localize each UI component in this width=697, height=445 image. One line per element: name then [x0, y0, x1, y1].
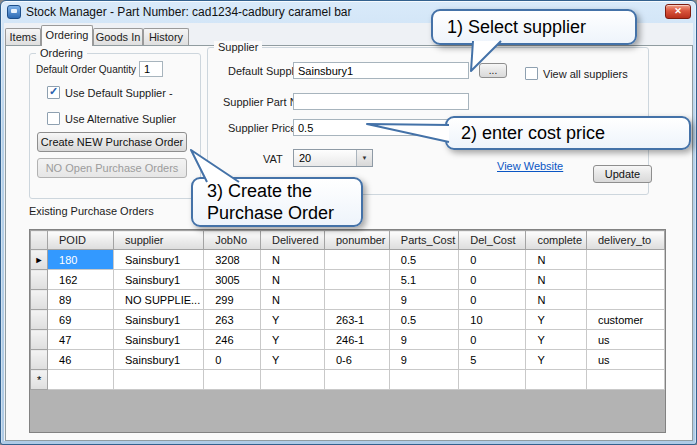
grid-cell[interactable]: N: [526, 250, 587, 270]
grid-cell[interactable]: Y: [261, 350, 325, 370]
grid-cell[interactable]: 162: [48, 270, 114, 290]
grid-cell[interactable]: Sainsbury1: [114, 270, 204, 290]
grid-cell[interactable]: 5.1: [389, 270, 458, 290]
grid-cell[interactable]: [48, 370, 114, 390]
new-row-selector[interactable]: *: [31, 370, 48, 390]
grid-cell[interactable]: 263: [204, 310, 261, 330]
tab-items[interactable]: Items: [5, 28, 41, 45]
grid-cell[interactable]: [114, 370, 204, 390]
grid-cell[interactable]: 0-6: [325, 350, 390, 370]
grid-container: POIDsupplierJobNoDeliveredponumberParts_…: [29, 229, 666, 433]
grid-cell[interactable]: 0.5: [389, 310, 458, 330]
grid-cell[interactable]: 0: [459, 250, 526, 270]
column-header-ponumber[interactable]: ponumber: [325, 231, 390, 250]
grid-cell[interactable]: 180: [48, 250, 114, 270]
default-supplier-input[interactable]: [293, 62, 469, 79]
grid-cell[interactable]: NO SUPPLIE...: [114, 290, 204, 310]
grid-cell[interactable]: 263-1: [325, 310, 390, 330]
grid-cell[interactable]: Sainsbury1: [114, 350, 204, 370]
row-selector[interactable]: [31, 270, 48, 290]
grid-cell[interactable]: [325, 270, 390, 290]
grid-cell[interactable]: [389, 370, 458, 390]
grid-cell[interactable]: Y: [526, 350, 587, 370]
close-button[interactable]: ✕: [665, 4, 691, 19]
grid-corner-cell[interactable]: [31, 231, 48, 250]
column-header-delivered[interactable]: Delivered: [261, 231, 325, 250]
grid-cell[interactable]: [587, 370, 665, 390]
update-button[interactable]: Update: [593, 165, 652, 183]
grid-cell[interactable]: [459, 370, 526, 390]
row-selector[interactable]: [31, 330, 48, 350]
grid-cell[interactable]: [587, 250, 665, 270]
grid-cell[interactable]: [587, 270, 665, 290]
grid-cell[interactable]: 69: [48, 310, 114, 330]
column-header-del_cost[interactable]: Del_Cost: [459, 231, 526, 250]
grid-cell[interactable]: 0: [459, 290, 526, 310]
browse-supplier-button[interactable]: ...: [479, 63, 507, 78]
use-alternative-supplier-checkbox[interactable]: [47, 112, 60, 125]
grid-cell[interactable]: Y: [261, 330, 325, 350]
grid-cell[interactable]: Y: [526, 330, 587, 350]
tab-goods-in[interactable]: Goods In: [93, 28, 143, 45]
view-website-link[interactable]: View Website: [497, 160, 563, 172]
grid-cell[interactable]: 3208: [204, 250, 261, 270]
tab-ordering[interactable]: Ordering: [41, 25, 93, 46]
grid-cell[interactable]: N: [526, 290, 587, 310]
grid-cell[interactable]: 10: [459, 310, 526, 330]
grid-cell[interactable]: Sainsbury1: [114, 310, 204, 330]
grid-cell[interactable]: Y: [261, 310, 325, 330]
grid-cell[interactable]: 246: [204, 330, 261, 350]
grid-cell[interactable]: Y: [526, 310, 587, 330]
grid-cell[interactable]: N: [261, 250, 325, 270]
grid-cell[interactable]: 9: [389, 330, 458, 350]
grid-cell[interactable]: 9: [389, 290, 458, 310]
row-selector[interactable]: [31, 350, 48, 370]
grid-cell[interactable]: [325, 370, 390, 390]
grid-cell[interactable]: 246-1: [325, 330, 390, 350]
grid-cell[interactable]: Sainsbury1: [114, 250, 204, 270]
grid-cell[interactable]: [526, 370, 587, 390]
supplier-part-no-input[interactable]: [293, 93, 469, 110]
grid-cell[interactable]: [204, 370, 261, 390]
grid-cell[interactable]: 299: [204, 290, 261, 310]
supplier-price-input[interactable]: [293, 119, 469, 136]
column-header-supplier[interactable]: supplier: [114, 231, 204, 250]
grid-cell[interactable]: N: [261, 270, 325, 290]
grid-cell[interactable]: 0: [459, 330, 526, 350]
grid-cell[interactable]: 47: [48, 330, 114, 350]
row-selector[interactable]: [31, 290, 48, 310]
grid-cell[interactable]: 89: [48, 290, 114, 310]
grid-cell[interactable]: [587, 290, 665, 310]
grid-cell[interactable]: [261, 370, 325, 390]
vat-dropdown[interactable]: 20 ▼: [293, 149, 373, 167]
grid-cell[interactable]: us: [587, 350, 665, 370]
grid-cell[interactable]: 9: [389, 350, 458, 370]
default-order-qty-input[interactable]: [139, 61, 163, 77]
grid-cell[interactable]: [325, 250, 390, 270]
callout-select-supplier: 1) Select supplier: [431, 9, 637, 45]
grid-cell[interactable]: N: [261, 290, 325, 310]
grid-cell[interactable]: 0: [204, 350, 261, 370]
column-header-poid[interactable]: POID: [48, 231, 114, 250]
row-selector[interactable]: [31, 310, 48, 330]
column-header-complete[interactable]: complete: [526, 231, 587, 250]
grid-cell[interactable]: 0: [459, 270, 526, 290]
grid-cell[interactable]: Sainsbury1: [114, 330, 204, 350]
use-default-supplier-checkbox[interactable]: [47, 86, 60, 99]
column-header-jobno[interactable]: JobNo: [204, 231, 261, 250]
view-all-suppliers-checkbox[interactable]: [525, 67, 538, 80]
grid-cell[interactable]: 3005: [204, 270, 261, 290]
column-header-delivery_to[interactable]: delivery_to: [587, 231, 665, 250]
current-row-arrow-icon[interactable]: ►: [31, 250, 48, 270]
grid-cell[interactable]: 5: [459, 350, 526, 370]
grid-cell[interactable]: 0.5: [389, 250, 458, 270]
grid-cell[interactable]: N: [526, 270, 587, 290]
column-header-parts_cost[interactable]: Parts_Cost: [389, 231, 458, 250]
tab-history[interactable]: History: [143, 28, 189, 45]
create-purchase-order-button[interactable]: Create NEW Purchase Order: [37, 132, 187, 152]
grid-cell[interactable]: [325, 290, 390, 310]
grid-cell[interactable]: 46: [48, 350, 114, 370]
grid-cell[interactable]: customer: [587, 310, 665, 330]
grid-cell[interactable]: us: [587, 330, 665, 350]
table-row: 89NO SUPPLIE...299N90N: [31, 290, 665, 310]
